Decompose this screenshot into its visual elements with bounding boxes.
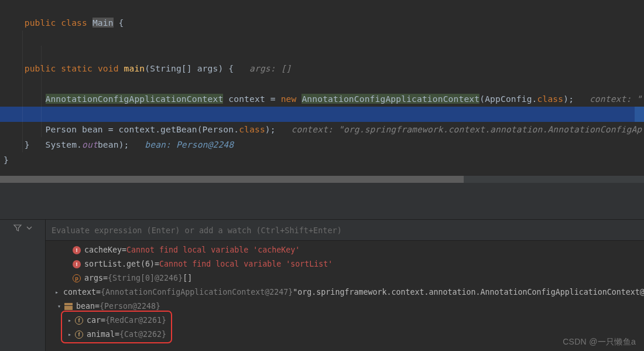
var-row-context[interactable]: ▸ context = {AnnotationConfigApplication… <box>48 285 644 299</box>
watermark-text: CSDN @一只懒鱼a <box>563 337 636 347</box>
error-icon: ! <box>73 260 81 268</box>
expand-arrow-icon[interactable]: ▸ <box>55 286 59 299</box>
var-row-args[interactable]: p args = {String[0]@2246} [] <box>48 271 644 285</box>
var-row-sortlist[interactable]: ! sortList.get(6) = Cannot find local va… <box>48 257 644 271</box>
code-line[interactable] <box>0 76 644 91</box>
annotation-highlight-box <box>61 311 172 343</box>
var-row-cachekey[interactable]: ! cacheKey = Cannot find local variable … <box>48 243 644 257</box>
code-line-current[interactable]: System.outbean); bean: Person@2248 <box>0 107 644 122</box>
code-line[interactable] <box>0 122 644 137</box>
code-line[interactable] <box>0 15 644 30</box>
code-line[interactable] <box>0 46 644 61</box>
code-line[interactable]: public class Main { <box>0 0 644 15</box>
filter-icon[interactable] <box>13 223 22 234</box>
code-line[interactable]: public static void main(String[] args) {… <box>0 30 644 46</box>
code-editor[interactable]: public class Main { public static void m… <box>0 0 644 183</box>
horizontal-scrollbar[interactable] <box>0 176 644 183</box>
evaluate-expression-input[interactable]: Evaluate expression (Enter) or add a wat… <box>46 220 644 241</box>
code-line[interactable]: Person bean = context.getBean(Person.cla… <box>0 91 644 107</box>
panel-divider[interactable] <box>0 183 644 219</box>
code-line[interactable]: } <box>0 137 644 152</box>
debug-toolbar <box>0 220 46 351</box>
chevron-down-icon[interactable] <box>26 223 33 233</box>
code-line[interactable]: } <box>0 152 644 168</box>
error-icon: ! <box>73 246 81 254</box>
param-icon: p <box>73 274 81 282</box>
evaluate-placeholder: Evaluate expression (Enter) or add a wat… <box>52 226 342 235</box>
object-icon <box>64 303 73 310</box>
scrollbar-thumb[interactable] <box>0 176 464 183</box>
code-line[interactable]: AnnotationConfigApplicationContext conte… <box>0 61 644 76</box>
